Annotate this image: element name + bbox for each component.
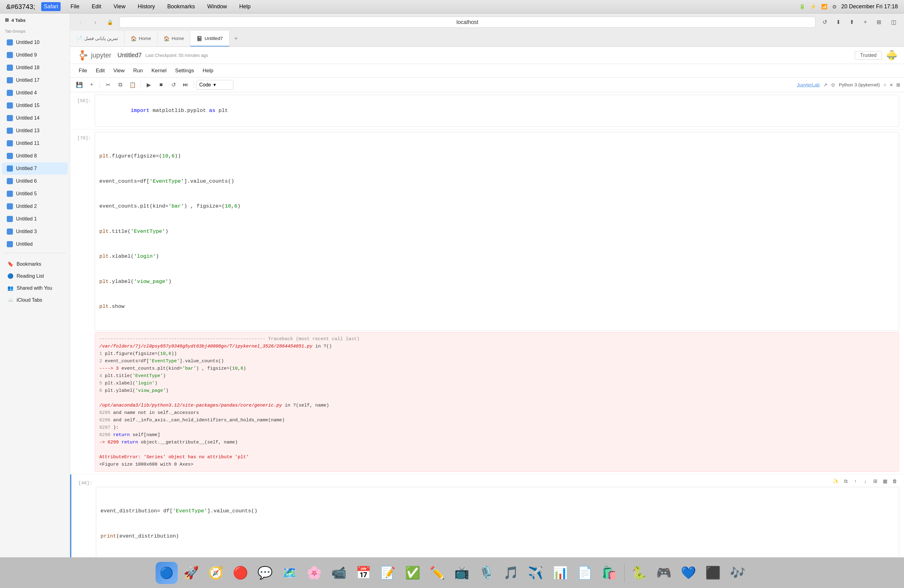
sidebar-item-untitled10[interactable]: Untitled 10 [2,36,68,49]
paste-button[interactable]: 📋 [127,79,138,90]
cell-duplicate-button[interactable]: ⧉ [841,477,850,485]
dock-vscode[interactable]: 💙 [677,562,700,584]
dock-python[interactable]: 🐍 [628,562,650,584]
sidebar-item-untitled9[interactable]: Untitled 9 [2,49,68,61]
sidebar-item-untitled11[interactable]: Untitled 11 [2,137,68,149]
share-button[interactable]: ⬆ [846,17,857,28]
dock-notes[interactable]: 📝 [377,562,399,584]
menu-history[interactable]: History [135,2,157,11]
cell-input-58[interactable]: import matplotlib.pyplot as plt [95,95,899,127]
sidebar-toggle-button[interactable]: ◫ [888,17,899,28]
sidebar-item-untitled2[interactable]: Untitled 2 [2,200,68,212]
dock-safari[interactable]: 🧭 [205,562,227,584]
restart-run-button[interactable]: ⏭ [180,79,191,90]
sidebar-item-untitled6[interactable]: Untitled 6 [2,175,68,187]
add-tab-button[interactable]: + [860,17,871,28]
menu-edit[interactable]: Edit [89,2,104,11]
menu-file[interactable]: File [68,2,82,11]
dock-facetime[interactable]: 📹 [328,562,350,584]
dock-reminders[interactable]: ✅ [401,562,424,584]
dock-opera[interactable]: 🔴 [229,562,251,584]
sidebar-shared[interactable]: 👥 Shared with You [5,282,65,294]
kernel-view-btn[interactable]: ≡ [890,82,893,87]
menu-file[interactable]: File [75,66,91,76]
dock-appstore[interactable]: 🛍️ [598,562,621,584]
trusted-button[interactable]: Trusted [855,51,882,60]
menu-safari[interactable]: Safari [41,2,60,11]
notebook-title[interactable]: Untitled7 [117,52,142,59]
sidebar-item-untitled7[interactable]: Untitled 7 [2,162,68,175]
menu-help[interactable]: Help [199,66,217,76]
kernel-grid-btn[interactable]: ⊞ [896,82,900,88]
tab-untitled7[interactable]: 📓 Untitled7 [190,31,229,46]
add-cell-button[interactable]: + [86,79,97,90]
dock-numbers[interactable]: 📊 [549,562,571,584]
cell-type-dropdown[interactable]: Code ▾ [196,80,233,90]
menu-window[interactable]: Window [205,2,229,11]
back-button[interactable]: ‹ [75,17,86,28]
jupyterlab-link[interactable]: JupyterLab [797,82,820,87]
dock-calendar[interactable]: 📅 [352,562,375,584]
download-button[interactable]: ⬇ [833,17,844,28]
menu-kernel[interactable]: Kernel [148,66,170,76]
menu-run[interactable]: Run [130,66,146,76]
dock-finder[interactable]: 🔵 [156,562,178,584]
tab-add-button[interactable]: + [229,31,243,46]
cell-magic-button[interactable]: ✨ [831,477,840,485]
cell-move-up-button[interactable]: ↑ [851,477,860,485]
url-bar[interactable]: localhost [119,17,815,28]
sidebar-icloud-tabs[interactable]: ☁️ iCloud Tabs [5,294,65,306]
tab-farsi[interactable]: 📄 تمرین پایانی فصل [70,31,125,46]
sidebar-item-untitled8[interactable]: Untitled 8 [2,150,68,162]
stop-button[interactable]: ■ [156,79,167,90]
sidebar-item-untitled15[interactable]: Untitled 15 [2,100,68,112]
notebook-content[interactable]: [58]: import matplotlib.pyplot as plt [7… [70,92,904,557]
menu-view[interactable]: View [110,66,128,76]
sidebar-bookmarks[interactable]: 🔖 Bookmarks [5,258,65,270]
dock-podcasts[interactable]: 🎙️ [476,562,498,584]
control-center[interactable]: ⊙ [832,4,836,9]
dock-freeform[interactable]: ✏️ [426,562,448,584]
cut-button[interactable]: ✂ [103,79,114,90]
dock-music[interactable]: 🎵 [500,562,522,584]
menu-help[interactable]: Help [237,2,253,11]
sidebar-item-untitled3[interactable]: Untitled 3 [2,225,68,238]
refresh-button[interactable]: ↺ [819,17,830,28]
restart-button[interactable]: ↺ [168,79,179,90]
tab-home2[interactable]: 🏠 Home [157,31,190,46]
sidebar-item-untitled18[interactable]: Untitled 18 [2,62,68,74]
cell-more-button[interactable]: ▦ [880,477,889,485]
forward-button[interactable]: › [90,17,101,28]
cell-input-46[interactable]: event_distribution= df['EventType'].valu… [96,487,899,557]
dock-messages[interactable]: 💬 [254,562,276,584]
dock-music2[interactable]: 🎶 [727,562,749,584]
copy-button[interactable]: ⧉ [115,79,126,90]
menu-view[interactable]: View [111,2,128,11]
menu-settings[interactable]: Settings [172,66,198,76]
sidebar-item-untitled5[interactable]: Untitled 5 [2,188,68,200]
tab-overview-button[interactable]: ⊞ [873,17,884,28]
cell-input-70[interactable]: plt.figure(figsize=(10,6)) event_counts=… [95,132,899,331]
menu-edit[interactable]: Edit [92,66,108,76]
sidebar-item-untitled17[interactable]: Untitled 17 [2,74,68,87]
menu-bookmarks[interactable]: Bookmarks [165,2,198,11]
python-kernel-label[interactable]: Python 3 (ipykernel) [839,82,880,87]
sidebar-item-untitled14[interactable]: Untitled 14 [2,112,68,124]
dock-telegram[interactable]: ✈️ [525,562,547,584]
sidebar-item-untitled1[interactable]: Untitled 1 [2,213,68,225]
dock-maps[interactable]: 🗺️ [278,562,301,584]
cell-move-down-button[interactable]: ↓ [861,477,869,485]
dock-terminal[interactable]: ⬛ [702,562,724,584]
tab-home1[interactable]: 🏠 Home [125,31,157,46]
save-button[interactable]: 💾 [74,79,85,90]
dock-steam[interactable]: 🎮 [653,562,675,584]
cell-format-button[interactable]: ⊞ [871,477,879,485]
sidebar-item-untitled[interactable]: Untitled [2,238,68,250]
dock-launchpad[interactable]: 🚀 [180,562,202,584]
dock-photos[interactable]: 🌸 [303,562,325,584]
cell-delete-button[interactable]: 🗑 [890,477,899,485]
sidebar-item-untitled13[interactable]: Untitled 13 [2,125,68,137]
dock-appletv[interactable]: 📺 [451,562,473,584]
sidebar-item-untitled4[interactable]: Untitled 4 [2,87,68,99]
run-button[interactable]: ▶ [143,79,154,90]
